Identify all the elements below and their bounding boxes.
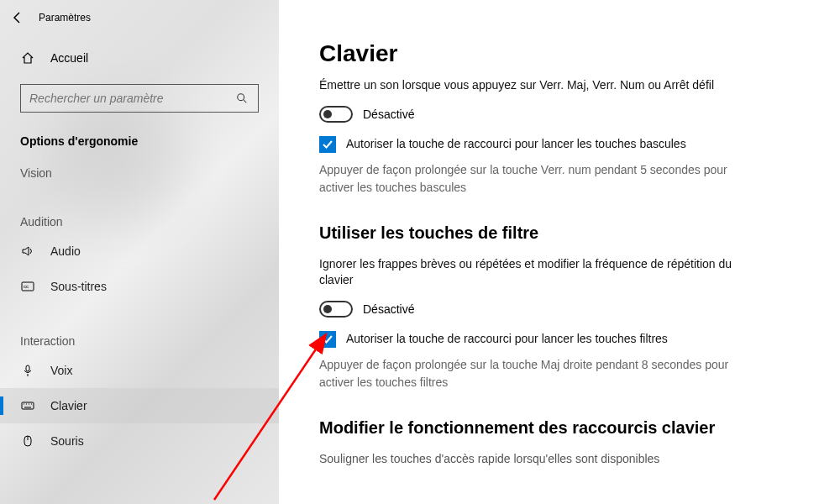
- sidebar-item-captions[interactable]: cc Sous-titres: [0, 269, 279, 304]
- filter-keys-shortcut-label: Autoriser la touche de raccourci pour la…: [346, 331, 668, 345]
- sidebar-item-voice[interactable]: Voix: [0, 353, 279, 388]
- sidebar-item-label: Sous-titres: [50, 280, 107, 293]
- svg-rect-4: [26, 365, 29, 371]
- volume-icon: [20, 244, 35, 259]
- toggle-keys-switch[interactable]: [319, 106, 353, 123]
- app-title: Paramètres: [39, 12, 91, 24]
- keyboard-icon: [20, 398, 35, 413]
- toggle-keys-state: Désactivé: [363, 108, 414, 121]
- svg-point-0: [238, 94, 244, 101]
- svg-text:cc: cc: [24, 284, 29, 289]
- sidebar-group-vision: Vision: [0, 155, 279, 185]
- page-title: Clavier: [319, 40, 790, 67]
- main-content: Clavier Émettre un son lorsque vous appu…: [279, 0, 840, 504]
- sidebar-group-interaction: Interaction: [0, 323, 279, 353]
- mic-icon: [20, 363, 35, 378]
- back-arrow-icon[interactable]: [10, 10, 25, 25]
- svg-line-1: [244, 100, 247, 103]
- sidebar-item-home[interactable]: Accueil: [0, 39, 279, 77]
- filter-keys-desc: Ignorer les frappes brèves ou répétées e…: [319, 256, 756, 289]
- sidebar-item-audio[interactable]: Audio: [0, 234, 279, 269]
- mouse-icon: [20, 433, 35, 449]
- filter-keys-switch[interactable]: [319, 301, 353, 318]
- search-box[interactable]: [20, 84, 259, 113]
- filter-keys-hint: Appuyer de façon prolongée sur la touche…: [319, 356, 756, 391]
- search-input[interactable]: [29, 92, 234, 105]
- toggle-keys-shortcut-label: Autoriser la touche de raccourci pour la…: [346, 136, 686, 150]
- sidebar-item-label: Souris: [50, 434, 84, 448]
- sidebar-item-label: Clavier: [50, 399, 87, 412]
- shortcuts-heading: Modifier le fonctionnement des raccourci…: [319, 418, 790, 438]
- sidebar-group-audition: Audition: [0, 203, 279, 234]
- cc-icon: cc: [20, 279, 35, 294]
- sidebar-section-title: Options d'ergonomie: [0, 119, 279, 155]
- filter-keys-heading: Utiliser les touches de filtre: [319, 223, 790, 243]
- sidebar-item-keyboard[interactable]: Clavier: [0, 388, 279, 423]
- home-label: Accueil: [50, 51, 88, 65]
- sidebar-item-label: Audio: [50, 244, 81, 258]
- search-icon: [234, 91, 249, 106]
- svg-rect-5: [22, 402, 34, 409]
- toggle-keys-shortcut-checkbox[interactable]: [319, 136, 336, 153]
- sidebar: Paramètres Accueil Options d'ergonomie V…: [0, 0, 279, 504]
- toggle-keys-hint: Appuyer de façon prolongée sur la touche…: [319, 161, 756, 197]
- toggle-keys-desc: Émettre un son lorsque vous appuyez sur …: [319, 77, 756, 94]
- sidebar-item-mouse[interactable]: Souris: [0, 423, 279, 459]
- sidebar-item-label: Voix: [50, 364, 72, 377]
- filter-keys-state: Désactivé: [363, 302, 414, 316]
- filter-keys-shortcut-checkbox[interactable]: [319, 331, 336, 348]
- home-icon: [20, 50, 35, 66]
- shortcuts-desc: Souligner les touches d'accès rapide lor…: [319, 451, 756, 468]
